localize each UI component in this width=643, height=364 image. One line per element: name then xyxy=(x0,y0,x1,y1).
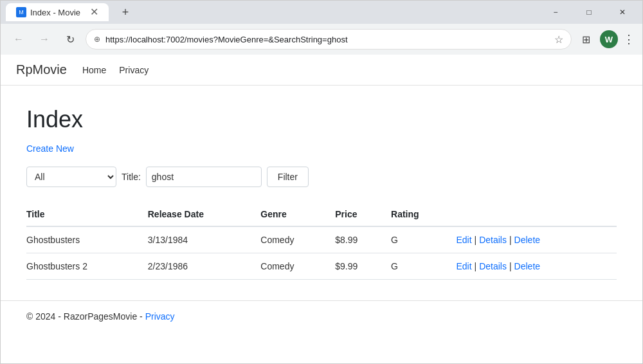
col-actions xyxy=(456,203,617,226)
action-edit-link[interactable]: Edit xyxy=(456,261,471,271)
tab-close-button[interactable]: ✕ xyxy=(90,7,98,17)
col-title: Title xyxy=(26,203,148,226)
nav-privacy-link[interactable]: Privacy xyxy=(119,65,149,75)
table-row: Ghostbusters 22/23/1986Comedy$9.99GEdit … xyxy=(26,253,617,280)
action-edit-link[interactable]: Edit xyxy=(456,235,471,245)
cell-title: Ghostbusters xyxy=(26,226,148,253)
action-delete-link[interactable]: Delete xyxy=(514,261,540,271)
action-links: Edit | Details | Delete xyxy=(456,235,606,245)
browser-tab[interactable]: M Index - Movie ✕ xyxy=(6,3,109,21)
navbar: RpMovie Home Privacy xyxy=(1,55,642,86)
cell-title: Ghostbusters 2 xyxy=(26,253,148,280)
footer-privacy-link[interactable]: Privacy xyxy=(145,311,175,322)
main-content: Index Create New All Comedy Drama Action… xyxy=(1,86,642,300)
footer-copyright: © 2024 - RazorPagesMovie - xyxy=(26,311,143,322)
cell-release_date: 3/13/1984 xyxy=(148,226,261,253)
col-rating: Rating xyxy=(391,203,456,226)
col-genre: Genre xyxy=(260,203,335,226)
bookmark-icon[interactable]: ☆ xyxy=(554,33,563,46)
action-separator: | xyxy=(509,261,512,271)
minimize-button[interactable]: − xyxy=(541,3,570,21)
table-row: Ghostbusters3/13/1984Comedy$8.99GEdit | … xyxy=(26,226,617,253)
browser-menu-button[interactable]: ⋮ xyxy=(623,32,635,46)
col-release-date: Release Date xyxy=(148,203,261,226)
action-details-link[interactable]: Details xyxy=(479,261,507,271)
action-details-link[interactable]: Details xyxy=(479,235,507,245)
cell-rating: G xyxy=(391,253,456,280)
nav-home-link[interactable]: Home xyxy=(82,65,106,75)
lock-icon: ⊕ xyxy=(94,35,100,44)
cell-actions: Edit | Details | Delete xyxy=(456,253,617,280)
refresh-button[interactable]: ↻ xyxy=(60,29,80,50)
cell-actions: Edit | Details | Delete xyxy=(456,226,617,253)
action-separator: | xyxy=(475,235,477,245)
cell-release_date: 2/23/1986 xyxy=(148,253,261,280)
window-controls: − □ ✕ xyxy=(541,3,637,21)
action-links: Edit | Details | Delete xyxy=(456,261,606,271)
cell-price: $8.99 xyxy=(335,226,391,253)
brand-logo: RpMovie xyxy=(16,62,67,77)
address-bar: ← → ↻ ⊕ https://localhost:7002/movies?Mo… xyxy=(1,24,642,55)
user-avatar[interactable]: W xyxy=(600,30,618,48)
cell-price: $9.99 xyxy=(335,253,391,280)
forward-button[interactable]: → xyxy=(34,29,55,50)
col-price: Price xyxy=(335,203,391,226)
create-new-link[interactable]: Create New xyxy=(26,143,74,154)
maximize-button[interactable]: □ xyxy=(574,3,604,21)
filter-bar: All Comedy Drama Action Horror Title: Fi… xyxy=(26,167,617,187)
close-button[interactable]: ✕ xyxy=(608,3,637,21)
page-content: RpMovie Home Privacy Index Create New Al… xyxy=(1,55,642,363)
cell-rating: G xyxy=(391,226,456,253)
filter-button[interactable]: Filter xyxy=(267,167,309,187)
title-bar: M Index - Movie ✕ + − □ ✕ xyxy=(1,1,642,24)
action-delete-link[interactable]: Delete xyxy=(514,235,540,245)
movies-table: Title Release Date Genre Price Rating Gh… xyxy=(26,203,617,280)
tab-favicon: M xyxy=(16,7,26,17)
url-text: https://localhost:7002/movies?MovieGenre… xyxy=(105,35,549,44)
table-header: Title Release Date Genre Price Rating xyxy=(26,203,617,226)
action-separator: | xyxy=(509,235,512,245)
url-bar[interactable]: ⊕ https://localhost:7002/movies?MovieGen… xyxy=(86,29,572,50)
table-body: Ghostbusters3/13/1984Comedy$8.99GEdit | … xyxy=(26,226,617,280)
footer: © 2024 - RazorPagesMovie - Privacy xyxy=(1,300,642,332)
new-tab-button[interactable]: + xyxy=(116,3,134,21)
genre-select[interactable]: All Comedy Drama Action Horror xyxy=(26,167,116,187)
title-filter-label: Title: xyxy=(122,172,141,182)
back-button[interactable]: ← xyxy=(8,29,29,50)
extensions-button[interactable]: ⊞ xyxy=(577,30,595,48)
title-search-input[interactable] xyxy=(146,167,262,187)
action-separator: | xyxy=(475,261,477,271)
tab-title: Index - Movie xyxy=(30,8,80,17)
nav-links: Home Privacy xyxy=(82,65,149,75)
cell-genre: Comedy xyxy=(260,253,335,280)
page-title: Index xyxy=(26,106,617,133)
cell-genre: Comedy xyxy=(260,226,335,253)
